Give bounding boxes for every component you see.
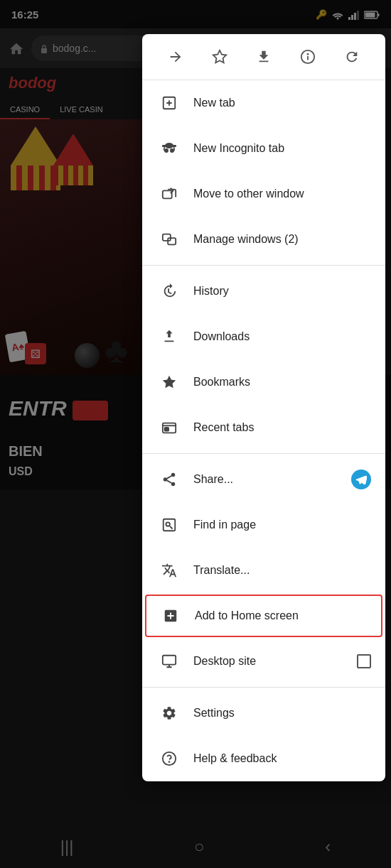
dropdown-menu: New tab New Incognito tab Move to [142, 34, 385, 781]
help-feedback-label: Help & feedback [193, 752, 371, 765]
divider-2 [142, 453, 385, 454]
manage-windows-label: Manage windows (2) [193, 233, 371, 246]
downloads-icon [156, 329, 182, 345]
recent-tabs-label: Recent tabs [193, 421, 371, 434]
svg-point-27 [164, 477, 168, 482]
svg-marker-8 [213, 50, 226, 63]
desktop-site-checkbox[interactable] [357, 654, 371, 668]
svg-point-32 [166, 522, 170, 526]
svg-line-29 [167, 480, 171, 483]
menu-item-add-to-home-screen[interactable]: Add to Home screen [145, 595, 382, 637]
settings-icon [156, 705, 182, 721]
bookmark-button[interactable] [207, 44, 232, 70]
menu-item-share[interactable]: Share... [142, 457, 385, 502]
manage-windows-icon [156, 232, 182, 247]
menu-item-help-feedback[interactable]: Help & feedback [142, 736, 385, 781]
svg-point-28 [171, 482, 176, 487]
new-tab-icon [156, 95, 182, 111]
download-page-button[interactable] [251, 44, 277, 70]
help-icon [156, 751, 182, 766]
menu-item-new-tab[interactable]: New tab [142, 80, 385, 126]
move-window-icon [156, 186, 182, 202]
recent-tabs-icon [156, 420, 182, 435]
menu-item-move-window[interactable]: Move to other window [142, 171, 385, 217]
translate-label: Translate... [193, 564, 371, 577]
svg-point-15 [164, 148, 168, 153]
menu-toolbar [142, 34, 385, 80]
divider-1 [142, 265, 385, 266]
svg-point-16 [170, 148, 174, 153]
history-icon [156, 283, 182, 299]
desktop-site-label: Desktop site [193, 655, 357, 668]
menu-item-recent-tabs[interactable]: Recent tabs [142, 405, 385, 450]
menu-item-desktop-site[interactable]: Desktop site [142, 639, 385, 684]
translate-icon [156, 563, 182, 578]
settings-label: Settings [193, 707, 371, 720]
add-to-home-screen-label: Add to Home screen [195, 609, 370, 622]
find-icon [156, 517, 182, 533]
svg-rect-18 [162, 145, 168, 147]
history-label: History [193, 285, 371, 298]
menu-item-history[interactable]: History [142, 268, 385, 314]
reload-button[interactable] [339, 44, 365, 70]
share-icon [156, 472, 182, 487]
info-button[interactable] [295, 44, 321, 70]
bookmarks-label: Bookmarks [193, 376, 371, 389]
new-tab-label: New tab [193, 97, 371, 109]
share-label: Share... [193, 473, 351, 486]
menu-item-new-incognito-tab[interactable]: New Incognito tab [142, 126, 385, 171]
downloads-label: Downloads [193, 330, 371, 343]
svg-rect-34 [163, 656, 176, 665]
menu-item-translate[interactable]: Translate... [142, 548, 385, 593]
svg-rect-19 [171, 145, 176, 147]
menu-item-downloads[interactable]: Downloads [142, 314, 385, 359]
menu-item-bookmarks[interactable]: Bookmarks [142, 359, 385, 405]
menu-item-settings[interactable]: Settings [142, 690, 385, 736]
svg-line-33 [170, 526, 173, 529]
menu-item-find-in-page[interactable]: Find in page [142, 502, 385, 548]
svg-line-30 [167, 476, 171, 479]
bookmarks-icon [156, 374, 182, 390]
svg-point-36 [169, 761, 170, 762]
new-incognito-tab-label: New Incognito tab [193, 142, 371, 155]
incognito-icon [156, 141, 182, 156]
svg-rect-20 [163, 190, 172, 198]
svg-point-26 [171, 473, 176, 477]
svg-rect-25 [165, 428, 169, 431]
add-home-icon [158, 608, 183, 624]
menu-item-manage-windows[interactable]: Manage windows (2) [142, 217, 385, 262]
divider-3 [142, 687, 385, 688]
desktop-icon [156, 653, 182, 669]
svg-marker-23 [163, 376, 176, 388]
telegram-icon [351, 470, 371, 489]
find-in-page-label: Find in page [193, 519, 371, 531]
forward-button[interactable] [163, 44, 188, 70]
move-window-label: Move to other window [193, 188, 371, 200]
